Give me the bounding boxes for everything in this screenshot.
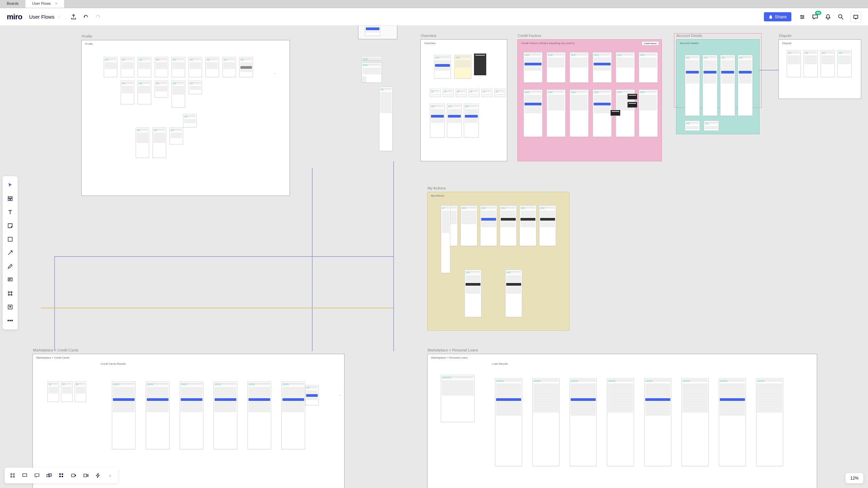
wireframe-screen[interactable] — [494, 89, 505, 97]
wireframe-screen[interactable] — [441, 375, 475, 422]
wireframe-screen[interactable] — [447, 104, 462, 138]
wireframe-screen[interactable] — [756, 378, 783, 466]
wireframe-screen[interactable] — [787, 50, 801, 77]
wireframe-screen[interactable] — [189, 57, 202, 77]
bell-icon[interactable] — [823, 12, 833, 22]
star-icon[interactable]: ☆ — [57, 14, 61, 19]
wireframe-screen[interactable] — [443, 89, 454, 97]
wireframe-screen[interactable] — [616, 52, 635, 83]
wireframe-screen[interactable] — [170, 127, 183, 144]
wireframe-screen[interactable] — [121, 81, 134, 104]
zoom-level[interactable]: 12% — [846, 473, 863, 483]
wireframe-screen[interactable] — [703, 55, 717, 116]
search-icon[interactable] — [835, 12, 846, 22]
tab-boards[interactable]: Boards — [0, 0, 25, 8]
wireframe-screen[interactable] — [481, 89, 492, 97]
pen-icon[interactable] — [4, 260, 16, 272]
wireframe-screen[interactable] — [146, 382, 170, 449]
text-icon[interactable] — [4, 206, 16, 218]
export-icon[interactable] — [69, 12, 78, 22]
board-name[interactable]: User Flows — [29, 14, 55, 20]
wireframe-screen[interactable] — [719, 378, 746, 466]
dark-card[interactable] — [610, 110, 620, 116]
redo-icon[interactable] — [93, 12, 103, 22]
wireframe-screen[interactable] — [593, 89, 612, 137]
wireframe-screen[interactable] — [75, 382, 86, 402]
wireframe-screen[interactable] — [305, 385, 319, 405]
wireframe-screen[interactable] — [121, 57, 134, 77]
wireframe-screen[interactable] — [547, 89, 566, 137]
wireframe-screen[interactable] — [138, 57, 151, 77]
wireframe-screen[interactable] — [430, 104, 445, 138]
wireframe-screen[interactable] — [738, 55, 753, 116]
wireframe-screen[interactable] — [214, 382, 237, 449]
present-mode-icon[interactable] — [19, 470, 31, 481]
wireframe-screen[interactable] — [685, 55, 700, 116]
wireframe-screen[interactable] — [469, 89, 479, 97]
wireframe-screen[interactable] — [112, 382, 136, 449]
wireframe-screen[interactable] — [464, 104, 479, 138]
wireframe-screen[interactable] — [682, 378, 709, 466]
wireframe-screen[interactable] — [205, 57, 219, 77]
dark-card[interactable] — [627, 102, 637, 108]
wireframe-screen[interactable] — [361, 77, 366, 81]
wireframe-screen[interactable] — [570, 378, 597, 466]
wireframe-screen[interactable] — [248, 382, 271, 449]
wireframe-screen[interactable] — [155, 81, 168, 98]
phone-mockup[interactable] — [474, 54, 486, 75]
share2-icon[interactable] — [68, 470, 79, 481]
video-icon[interactable] — [80, 470, 92, 481]
frame-icon[interactable] — [4, 287, 16, 300]
wireframe-screen[interactable] — [172, 57, 185, 77]
wireframe-screen[interactable] — [47, 382, 59, 402]
wireframe-screen[interactable] — [456, 89, 467, 97]
tab-userflows[interactable]: User Flows × — [25, 0, 64, 8]
wireframe-screen[interactable] — [189, 81, 202, 94]
wireframe-screen[interactable] — [136, 127, 149, 158]
wireframe-screen[interactable] — [104, 57, 117, 77]
wireframe-screen[interactable] — [570, 52, 589, 83]
wireframe-screen[interactable] — [183, 114, 197, 127]
templates-icon[interactable] — [4, 192, 16, 205]
logo[interactable]: miro — [7, 13, 22, 21]
arrow-icon[interactable] — [4, 247, 16, 259]
wireframe-screen[interactable] — [500, 205, 517, 246]
wireframe-screen[interactable] — [155, 57, 168, 77]
comment-icon[interactable] — [4, 274, 16, 286]
wireframe-screen[interactable] — [222, 57, 236, 77]
wireframe-screen[interactable] — [172, 81, 185, 108]
wireframe-screen[interactable] — [138, 81, 151, 104]
wireframe-screen[interactable] — [180, 382, 203, 449]
wireframe-screen[interactable] — [454, 55, 471, 79]
wireframe-screen[interactable] — [379, 87, 393, 151]
wireframe-screen[interactable] — [547, 52, 566, 83]
shape-icon[interactable] — [4, 233, 16, 245]
wireframe-screen[interactable] — [524, 89, 542, 137]
wireframe-screen[interactable] — [519, 205, 536, 246]
pointer-icon[interactable] — [4, 179, 16, 191]
wireframe-screen[interactable] — [644, 378, 671, 466]
wireframe-screen[interactable] — [524, 52, 542, 83]
frames-icon[interactable] — [7, 470, 18, 481]
cards-icon[interactable] — [43, 470, 55, 481]
wireframe-screen[interactable] — [361, 56, 382, 60]
wireframe-screen[interactable] — [430, 89, 441, 97]
wireframe-screen[interactable] — [505, 270, 522, 317]
upload-icon[interactable] — [4, 301, 16, 313]
chat-icon[interactable]: 99 — [810, 12, 821, 22]
wireframe-screen[interactable] — [821, 50, 835, 77]
wireframe-screen[interactable] — [434, 55, 451, 79]
more-icon[interactable]: ••• — [4, 314, 16, 327]
bolt-icon[interactable] — [92, 470, 104, 481]
wireframe-screen[interactable] — [804, 50, 818, 77]
comments-icon[interactable] — [31, 470, 43, 481]
canvas[interactable]: Profile Profile Overview Overview Credit… — [0, 26, 868, 488]
close-icon[interactable]: × — [55, 1, 57, 5]
settings-icon[interactable] — [797, 12, 808, 22]
wireframe-screen[interactable] — [153, 127, 166, 158]
wireframe-screen[interactable] — [720, 55, 735, 116]
present-icon[interactable] — [850, 12, 861, 22]
wireframe-screen[interactable] — [61, 382, 73, 402]
dark-card[interactable] — [627, 94, 637, 100]
wireframe-screen[interactable] — [639, 52, 658, 83]
